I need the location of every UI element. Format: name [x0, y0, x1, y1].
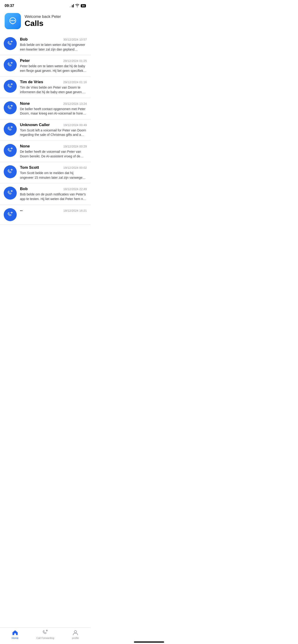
call-content: None 20/12/2024 13:24 De beller heeft co…	[20, 101, 87, 116]
call-header: -- 18/12/2024 16:21	[20, 208, 87, 213]
call-content: None 19/12/2024 00:29 De beller heeft de…	[20, 144, 87, 158]
status-bar: 09:37 94	[0, 0, 91, 10]
status-icons: 94	[70, 4, 86, 8]
call-description: Peter belde om te laten weten dat hij de…	[20, 64, 87, 73]
call-content: Tom Scott 19/12/2024 00:02 Tom Scott bel…	[20, 165, 87, 180]
call-content: Tim de Vries 29/12/2024 01:16 Tim de Vri…	[20, 80, 87, 94]
call-name: None	[20, 101, 30, 106]
calls-list: Bob 30/12/2024 10:57 Bob belde om te lat…	[0, 34, 91, 243]
call-content: Unknown Caller 19/12/2024 00:49 Tom Scot…	[20, 123, 87, 137]
call-name: Tim de Vries	[20, 80, 43, 84]
call-time: 18/12/2024 22:49	[63, 187, 87, 191]
call-header: Bob 30/12/2024 10:57	[20, 37, 87, 42]
call-header: Unknown Caller 19/12/2024 00:49	[20, 123, 87, 127]
call-time: 29/12/2024 01:16	[63, 80, 87, 84]
call-header: Tim de Vries 29/12/2024 01:16	[20, 80, 87, 84]
call-description: Tim de Vries belde om Peter van Doorn te…	[20, 85, 87, 94]
call-avatar	[4, 80, 17, 93]
call-header: Peter 29/12/2024 01:25	[20, 58, 87, 63]
signal-icon	[70, 4, 74, 8]
header-text: Welcome back Peter Calls	[25, 14, 61, 28]
call-avatar	[4, 208, 17, 221]
call-avatar	[4, 165, 17, 178]
call-avatar	[4, 123, 17, 136]
call-description: Tom Scott left a voicemail for Peter van…	[20, 128, 87, 137]
call-header: None 19/12/2024 00:29	[20, 144, 87, 148]
call-content: -- 18/12/2024 16:21	[20, 208, 87, 214]
battery-indicator: 94	[81, 4, 86, 8]
call-description: De beller heeft de voicemail van Peter v…	[20, 150, 87, 158]
call-time: 29/12/2024 01:25	[63, 59, 87, 62]
call-name: Peter	[20, 58, 30, 63]
call-name: Unknown Caller	[20, 123, 50, 127]
call-item[interactable]: Tim de Vries 29/12/2024 01:16 Tim de Vri…	[0, 76, 91, 98]
call-content: Bob 30/12/2024 10:57 Bob belde om te lat…	[20, 37, 87, 52]
call-description: Bob belde om te laten weten dat hij onge…	[20, 43, 87, 52]
call-name: None	[20, 144, 30, 148]
call-time: 20/12/2024 13:24	[63, 102, 87, 106]
call-item[interactable]: Unknown Caller 19/12/2024 00:49 Tom Scot…	[0, 120, 91, 141]
header: Welcome back Peter Calls	[0, 10, 91, 34]
call-item[interactable]: Bob 18/12/2024 22:49 Bob belde om de pus…	[0, 183, 91, 205]
app-icon	[5, 13, 21, 29]
call-item[interactable]: -- 18/12/2024 16:21	[0, 205, 91, 225]
call-name: Bob	[20, 186, 28, 191]
call-item[interactable]: None 19/12/2024 00:29 De beller heeft de…	[0, 141, 91, 162]
call-avatar	[4, 101, 17, 114]
call-content: Bob 18/12/2024 22:49 Bob belde om de pus…	[20, 186, 87, 201]
call-header: Tom Scott 19/12/2024 00:02	[20, 165, 87, 170]
call-time: 19/12/2024 00:49	[63, 123, 87, 127]
call-time: 19/12/2024 00:02	[63, 166, 87, 170]
svg-point-3	[14, 20, 15, 21]
wifi-icon	[75, 4, 79, 8]
call-avatar	[4, 37, 17, 50]
call-item[interactable]: None 20/12/2024 13:24 De beller heeft co…	[0, 98, 91, 120]
call-description: De beller heeft contact opgenomen met Pe…	[20, 107, 87, 116]
call-avatar	[4, 144, 17, 157]
svg-point-1	[11, 20, 12, 21]
call-item[interactable]: Tom Scott 19/12/2024 00:02 Tom Scott bel…	[0, 162, 91, 183]
call-description: Tom Scott belde om te melden dat hij ong…	[20, 171, 87, 180]
call-time: 19/12/2024 00:29	[63, 145, 87, 148]
svg-point-2	[12, 20, 14, 21]
call-name: Bob	[20, 37, 28, 42]
call-name: Tom Scott	[20, 165, 39, 170]
call-header: None 20/12/2024 13:24	[20, 101, 87, 106]
call-item[interactable]: Bob 30/12/2024 10:57 Bob belde om te lat…	[0, 34, 91, 55]
call-time: 18/12/2024 16:21	[63, 209, 87, 212]
call-name: --	[20, 208, 23, 213]
status-time: 09:37	[5, 4, 14, 8]
call-description: Bob belde om de push notificaties van Pe…	[20, 192, 87, 201]
call-content: Peter 29/12/2024 01:25 Peter belde om te…	[20, 58, 87, 73]
call-header: Bob 18/12/2024 22:49	[20, 186, 87, 191]
call-time: 30/12/2024 10:57	[63, 38, 87, 41]
welcome-text: Welcome back Peter	[25, 14, 61, 19]
page-title: Calls	[25, 19, 61, 28]
call-avatar	[4, 186, 17, 200]
call-avatar	[4, 58, 17, 72]
call-item[interactable]: Peter 29/12/2024 01:25 Peter belde om te…	[0, 55, 91, 76]
